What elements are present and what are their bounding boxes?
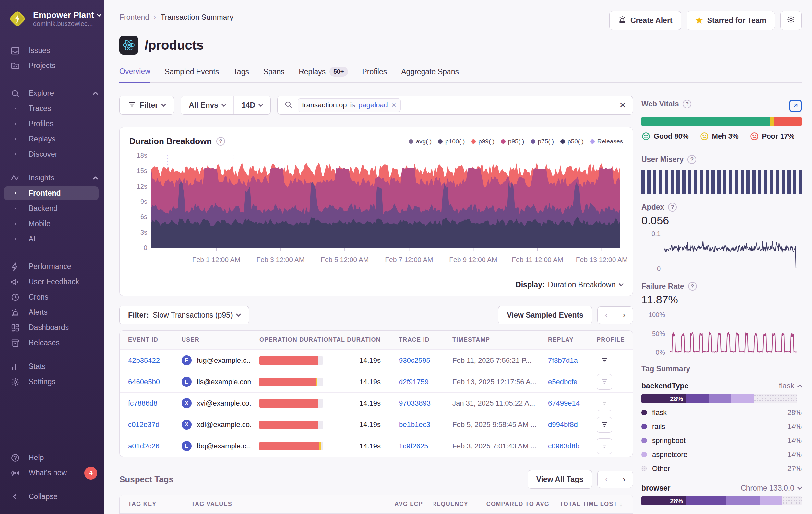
open-web-vitals-icon[interactable] xyxy=(789,100,802,112)
org-logo-icon xyxy=(7,8,28,29)
sidebar-item-crons[interactable]: Crons xyxy=(0,290,104,305)
clock-icon xyxy=(10,292,21,303)
environment-selector[interactable]: All Envs xyxy=(181,96,233,114)
replay-link[interactable]: e5edbcfe xyxy=(548,378,578,386)
web-vitals-title: Web Vitals xyxy=(641,100,679,108)
help-icon[interactable]: ? xyxy=(668,203,677,212)
starred-for-team-button[interactable]: ★ Starred for Team xyxy=(687,11,775,30)
apdex-chart: 0.10 xyxy=(641,227,802,275)
display-selector[interactable]: Duration Breakdown xyxy=(548,280,623,289)
tab-tags[interactable]: Tags xyxy=(233,67,249,82)
tab-overview[interactable]: Overview xyxy=(119,67,150,83)
org-switcher[interactable]: Empower Plant dominik.buszowiec... xyxy=(0,8,104,32)
view-all-tags-button[interactable]: View All Tags xyxy=(528,470,592,489)
next-page-button[interactable]: › xyxy=(615,471,633,488)
trace-id-link[interactable]: d2f91759 xyxy=(399,378,429,386)
suspect-tags-table: Tag Key Tag Values Avg LCP Frequency Com… xyxy=(119,494,633,514)
siren-icon xyxy=(10,307,21,318)
sidebar-item-performance[interactable]: Performance xyxy=(0,259,104,274)
trace-id-link[interactable]: 930c2595 xyxy=(399,356,430,365)
sidebar-item-releases[interactable]: Releases xyxy=(0,335,104,350)
create-alert-button[interactable]: Create Alert xyxy=(609,11,681,30)
replay-link[interactable]: c0963d8b xyxy=(548,442,579,451)
legend-releases[interactable]: Releases xyxy=(590,138,623,145)
replay-link[interactable]: 67499e14 xyxy=(548,399,580,408)
prev-page-button[interactable]: ‹ xyxy=(598,471,615,488)
legend-p50[interactable]: p50( ) xyxy=(560,138,584,145)
sidebar-item-traces[interactable]: Traces xyxy=(0,101,104,116)
tab-replays[interactable]: Replays50+ xyxy=(299,67,348,82)
breadcrumb-frontend[interactable]: Frontend xyxy=(119,13,149,22)
help-icon[interactable]: ? xyxy=(688,282,697,291)
apdex-title: Apdex xyxy=(641,203,664,212)
sidebar-item-collapse[interactable]: Collapse xyxy=(0,489,104,504)
sidebar-item-backend[interactable]: Backend xyxy=(0,201,104,216)
sidebar-item-issues[interactable]: Issues xyxy=(0,43,104,58)
sidebar-item-alerts[interactable]: Alerts xyxy=(0,305,104,320)
sidebar-item-ai[interactable]: AI xyxy=(0,232,104,247)
sidebar-item-discover[interactable]: Discover xyxy=(0,147,104,162)
event-id-link[interactable]: c012e37d xyxy=(128,421,160,429)
tab-profiles[interactable]: Profiles xyxy=(362,67,387,82)
token-remove-icon[interactable]: ✕ xyxy=(391,101,397,109)
tab-aggregate-spans[interactable]: Aggregate Spans xyxy=(401,67,459,82)
sidebar-item-replays[interactable]: Replays xyxy=(0,131,104,147)
sidebar-item-dashboards[interactable]: Dashboards xyxy=(0,320,104,335)
search-token[interactable]: transaction.op is pageload ✕ xyxy=(298,98,401,112)
trace-id-link[interactable]: 97033893 xyxy=(399,399,431,408)
sidebar-item-user-feedback[interactable]: User Feedback xyxy=(0,274,104,290)
event-id-link[interactable]: 42b35422 xyxy=(128,356,160,365)
legend-p99[interactable]: p99( ) xyxy=(471,138,495,145)
sidebar-item-whats-new[interactable]: What's new 4 xyxy=(0,465,104,481)
settings-button[interactable] xyxy=(780,11,802,30)
dashboards-icon xyxy=(10,322,21,333)
profile-button[interactable] xyxy=(597,396,612,411)
tag-value-selector[interactable]: Chrome 133.0.0 xyxy=(741,484,802,493)
help-icon[interactable]: ? xyxy=(683,100,691,108)
sidebar-item-settings[interactable]: Settings xyxy=(0,374,104,389)
tag-distribution-bar[interactable]: 28% xyxy=(641,394,802,403)
event-id-link[interactable]: fc7886d8 xyxy=(128,399,157,408)
replay-link[interactable]: 7f8b7d1a xyxy=(548,356,578,365)
sidebar-item-help[interactable]: Help xyxy=(0,450,104,465)
help-icon[interactable]: ? xyxy=(688,155,696,164)
sort-desc-icon[interactable]: ↓ xyxy=(619,501,623,508)
search-input[interactable]: transaction.op is pageload ✕ ✕ xyxy=(277,96,633,114)
archive-icon xyxy=(10,337,21,349)
sidebar-group-insights[interactable]: Insights xyxy=(0,170,104,186)
event-id-link[interactable]: 6460e5b0 xyxy=(128,378,160,386)
event-id-link[interactable]: a01d2c26 xyxy=(128,442,160,451)
trace-id-link[interactable]: be1b1ec3 xyxy=(399,421,430,429)
sidebar-item-mobile[interactable]: Mobile xyxy=(0,216,104,232)
trace-id-link[interactable]: 1c9f2625 xyxy=(399,442,428,451)
prev-page-button[interactable]: ‹ xyxy=(598,307,615,324)
next-page-button[interactable]: › xyxy=(615,307,633,324)
legend-avg[interactable]: avg( ) xyxy=(409,138,432,145)
tag-distribution-bar[interactable]: 28% xyxy=(641,496,802,505)
svg-text:0.1: 0.1 xyxy=(651,230,661,237)
view-sampled-events-button[interactable]: View Sampled Events xyxy=(498,306,592,324)
web-vitals-meh: Meh 3% xyxy=(700,132,739,141)
help-icon[interactable]: ? xyxy=(216,137,225,146)
profile-button[interactable] xyxy=(597,374,612,390)
profile-button[interactable] xyxy=(597,417,612,433)
replay-link[interactable]: d994bf8d xyxy=(548,421,578,429)
tab-spans[interactable]: Spans xyxy=(263,67,284,82)
sidebar-item-frontend[interactable]: Frontend xyxy=(0,186,104,201)
legend-p95[interactable]: p95( ) xyxy=(501,138,524,145)
sidebar-item-projects[interactable]: Projects xyxy=(0,58,104,73)
sidebar-item-profiles[interactable]: Profiles xyxy=(0,116,104,131)
filter-button[interactable]: Filter xyxy=(119,96,174,114)
legend-p75[interactable]: p75( ) xyxy=(531,138,554,145)
legend-p100[interactable]: p100( ) xyxy=(438,138,465,145)
tag-value-selector[interactable]: flask xyxy=(779,382,802,390)
profile-button[interactable] xyxy=(597,353,612,368)
duration-breakdown-chart[interactable]: 18s15s12s9s6s3s0Feb 1 12:00 AMFeb 3 12:0… xyxy=(120,148,633,271)
transactions-filter-dropdown[interactable]: Filter: Slow Transactions (p95) xyxy=(119,306,249,324)
sidebar-group-explore[interactable]: Explore xyxy=(0,86,104,101)
date-range-selector[interactable]: 14D xyxy=(233,96,270,114)
tab-sampled-events[interactable]: Sampled Events xyxy=(165,67,219,82)
search-clear-icon[interactable]: ✕ xyxy=(619,100,626,110)
profile-button[interactable] xyxy=(597,438,612,454)
sidebar-item-stats[interactable]: Stats xyxy=(0,359,104,374)
